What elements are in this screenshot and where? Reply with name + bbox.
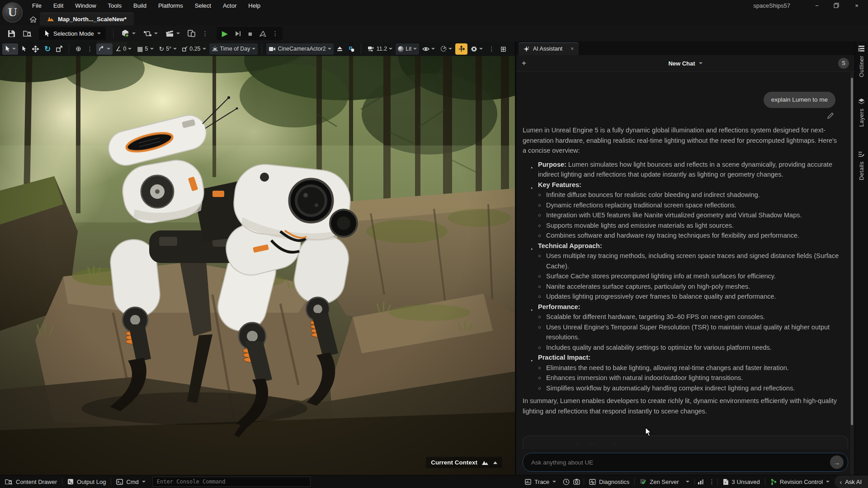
menu-item[interactable]: Actor: [217, 1, 242, 10]
revision-control-dropdown[interactable]: Revision Control: [765, 475, 835, 488]
unreal-logo-icon[interactable]: U: [2, 2, 23, 23]
viewport-scene[interactable]: [0, 42, 515, 475]
rotation-snap-value: 5°: [166, 46, 171, 52]
content-browser-icon[interactable]: [20, 27, 35, 40]
play-button[interactable]: ▶: [218, 29, 231, 38]
select-cursor-icon: [44, 30, 50, 37]
context-collapse-icon[interactable]: [493, 461, 497, 464]
selection-highlight-toggle[interactable]: [455, 43, 467, 55]
chat-title-label[interactable]: New Chat: [668, 60, 695, 67]
level-viewport[interactable]: ↻ ⊕ ⋮ ∠ 0 ▦ 5: [0, 42, 515, 475]
menu-item[interactable]: Build: [127, 1, 152, 10]
platforms-launch-icon[interactable]: [184, 27, 198, 40]
save-icon[interactable]: [5, 27, 19, 40]
insights-icon[interactable]: [561, 475, 571, 488]
play-options-kebab[interactable]: ⋮: [270, 30, 281, 37]
tab-details[interactable]: Details: [858, 151, 865, 180]
suggestion-card-partial[interactable]: · ·· ·: [523, 436, 848, 449]
edit-pencil-icon[interactable]: [827, 113, 834, 119]
ask-ue-input[interactable]: [523, 453, 848, 472]
response-section: Performance:Scalable for different hardw…: [523, 302, 841, 353]
move-tool-icon[interactable]: [30, 43, 41, 55]
scale-snap-dropdown[interactable]: 0.25: [180, 43, 208, 55]
response-bullet: Eliminates the need to bake lighting, al…: [538, 363, 841, 373]
chat-scrollbar[interactable]: [850, 71, 854, 475]
eject-icon[interactable]: [335, 43, 345, 55]
cmd-dropdown[interactable]: Cmd: [111, 475, 150, 488]
home-icon[interactable]: [26, 14, 40, 25]
console-command-input[interactable]: [152, 477, 311, 487]
viewport-kebab[interactable]: ⋮: [85, 45, 95, 52]
selection-mode-label: Selection Mode: [53, 30, 94, 37]
blueprints-icon[interactable]: [140, 27, 161, 40]
world-space-icon[interactable]: ⊕: [73, 43, 84, 55]
surface-snap-icon[interactable]: [96, 43, 113, 55]
derived-data-icon[interactable]: [695, 475, 707, 488]
sparkle-icon: [524, 46, 529, 52]
tab-label: Map_North..._ScaleNew: [58, 16, 124, 23]
viewport-settings-gear[interactable]: [468, 43, 485, 55]
current-context-pill[interactable]: Current Context: [426, 457, 502, 468]
status-kebab[interactable]: ⋮: [707, 478, 717, 485]
maximize-button[interactable]: [834, 3, 840, 8]
rotate-tool-icon[interactable]: ↻: [42, 43, 53, 55]
layer-snap-dropdown[interactable]: ∠ 0: [113, 43, 134, 55]
rotation-snap-dropdown[interactable]: ↻ 5°: [157, 43, 179, 55]
response-bullet: Updates lighting progressively over fram…: [538, 291, 841, 302]
trace-dropdown[interactable]: Trace: [520, 475, 561, 488]
menu-item[interactable]: Platforms: [152, 1, 189, 10]
viewport-options-kebab[interactable]: ⋮: [486, 45, 497, 52]
diagnostics-button[interactable]: Diagnostics: [584, 475, 634, 488]
menu-item[interactable]: Edit: [47, 1, 69, 10]
revision-control-label: Revision Control: [780, 479, 823, 485]
menu-item[interactable]: File: [26, 1, 47, 10]
menu-item[interactable]: Select: [189, 1, 217, 10]
tab-layers[interactable]: Layers: [858, 98, 865, 127]
grid-snap-dropdown[interactable]: ▦ 5: [135, 43, 156, 55]
zen-server-dropdown[interactable]: Zen Server: [635, 475, 694, 488]
camera-speed-dropdown[interactable]: 11.2: [365, 43, 395, 55]
menu-item[interactable]: Window: [69, 1, 102, 10]
select-tool-icon[interactable]: [19, 43, 29, 55]
selection-mode-dropdown[interactable]: Selection Mode: [39, 27, 106, 40]
response-bullet: Simplifies workflow by automatically han…: [538, 383, 841, 394]
view-mode-label: Lit: [406, 46, 411, 52]
pilot-icon[interactable]: [346, 43, 357, 55]
details-label: Details: [859, 161, 865, 180]
view-mode-dropdown[interactable]: Lit: [396, 43, 419, 55]
ask-ai-button[interactable]: ‹ Ask AI: [835, 475, 868, 488]
edit-message-row: [523, 108, 841, 122]
launch-button[interactable]: [256, 31, 270, 37]
quad-view-icon[interactable]: ⊞: [498, 43, 508, 55]
svg-text:*: *: [725, 481, 726, 485]
camera-actor-dropdown[interactable]: CineCameraActor2: [266, 43, 333, 55]
output-log-button[interactable]: Output Log: [62, 475, 111, 488]
scale-tool-icon[interactable]: [54, 43, 65, 55]
tab-outliner[interactable]: Outliner: [858, 45, 865, 77]
ai-tab-close-icon[interactable]: ×: [571, 46, 574, 52]
add-actor-icon[interactable]: [118, 27, 139, 40]
screen-percentage-dropdown[interactable]: [438, 43, 454, 55]
unsaved-button[interactable]: * 3 Unsaved: [718, 475, 765, 488]
layer-snap-value: 0: [123, 46, 126, 52]
menu-item[interactable]: Tools: [102, 1, 127, 10]
screenshot-icon[interactable]: [571, 475, 584, 488]
show-flags-dropdown[interactable]: [420, 43, 437, 55]
send-message-button[interactable]: →: [830, 455, 844, 469]
stop-button[interactable]: ■: [245, 30, 256, 38]
cinematics-icon[interactable]: [162, 27, 183, 40]
frame-skip-icon[interactable]: [231, 31, 245, 37]
minimize-button[interactable]: −: [814, 2, 820, 9]
level-tab[interactable]: Map_North..._ScaleNew*: [40, 13, 134, 25]
toolbar-options-kebab[interactable]: ⋮: [200, 30, 211, 37]
time-of-day-dropdown[interactable]: Time of Day: [209, 43, 258, 55]
content-drawer-button[interactable]: Content Drawer: [0, 475, 62, 488]
user-avatar[interactable]: S: [838, 58, 849, 69]
transform-tool-dropdown[interactable]: [2, 43, 18, 55]
ai-assistant-tab[interactable]: AI Assistant ×: [519, 42, 579, 55]
new-chat-plus-button[interactable]: +: [522, 59, 532, 68]
details-icon: [858, 151, 865, 158]
menu-item[interactable]: Help: [242, 1, 266, 10]
ue-editor-window: U FileEditWindowToolsBuildPlatformsSelec…: [0, 0, 868, 488]
close-button[interactable]: ×: [854, 2, 860, 9]
